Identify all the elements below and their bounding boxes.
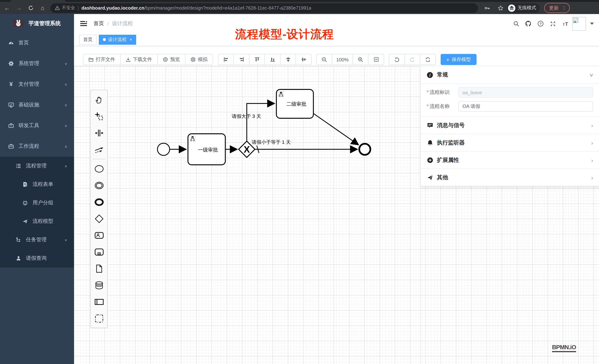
back-button[interactable]: ←	[2, 3, 12, 13]
simulate-button[interactable]: 模拟	[185, 54, 213, 65]
sidebar-item-leave-query[interactable]: 请假查询	[0, 249, 74, 268]
lasso-tool[interactable]	[91, 108, 107, 125]
font-size-icon: TT	[561, 21, 569, 27]
create-data-object[interactable]	[91, 260, 107, 277]
sidebar-item-process-model[interactable]: 流程模型	[0, 212, 74, 231]
align-bottom-button[interactable]	[264, 54, 281, 65]
create-group[interactable]	[91, 310, 107, 327]
flow-task2-to-end[interactable]	[313, 113, 359, 145]
password-key-button[interactable]	[483, 3, 492, 13]
bookmark-star-button[interactable]	[496, 3, 505, 13]
align-center-vertical-button[interactable]	[296, 54, 311, 65]
avatar[interactable]	[572, 17, 586, 31]
chevron-right-icon: ›	[591, 174, 593, 180]
font-size-button[interactable]: TT	[560, 19, 570, 28]
align-center-horizontal-button[interactable]	[280, 54, 296, 65]
start-event[interactable]	[158, 143, 170, 155]
sidebar-item-task-mgmt[interactable]: 任务管理 ∨	[0, 231, 74, 249]
avatar-dropdown-icon[interactable]	[590, 23, 594, 25]
home-button[interactable]: ⌂	[38, 3, 47, 13]
restart-button[interactable]	[420, 54, 436, 65]
tab-close-icon[interactable]: ×	[130, 37, 132, 42]
sidebar-collapse-button[interactable]	[79, 20, 88, 28]
save-label: 保存模型	[452, 56, 471, 63]
end-event[interactable]	[359, 144, 370, 155]
sidebar-item-home[interactable]: 首页	[0, 33, 74, 53]
create-gateway[interactable]	[91, 210, 107, 227]
svg-text:i: i	[429, 73, 431, 77]
zoom-reset-button[interactable]	[368, 54, 384, 65]
search-button[interactable]	[511, 19, 521, 28]
breadcrumb-home[interactable]: 首页	[94, 20, 104, 27]
sidebar-item-label: 用户分组	[33, 200, 67, 206]
section-other[interactable]: 其他 ›	[421, 169, 599, 186]
edge-label-gt3[interactable]: 请假大于 3 天	[232, 113, 261, 119]
sidebar-item-system[interactable]: 系统管理 ∨	[0, 53, 74, 74]
hand-tool[interactable]	[91, 91, 107, 108]
sidebar-item-workflow[interactable]: 工作流程 ∧	[0, 136, 74, 157]
sidebar-item-user-group[interactable]: 用户分组	[0, 194, 74, 212]
sidebar-logo[interactable]: 芋道管理系统	[0, 14, 74, 33]
properties-panel: i 常规 ∨ i*流程标识 *流程名称	[420, 66, 599, 186]
flow-gateway-to-task2[interactable]	[247, 103, 274, 141]
sidebar-item-process-mgmt[interactable]: 流程管理 ∧	[0, 157, 74, 175]
global-connect-tool[interactable]	[91, 141, 107, 158]
save-model-button[interactable]: + 保存模型	[441, 54, 476, 65]
update-button[interactable]: 更新 ⋮	[544, 3, 570, 13]
create-intermediate-event[interactable]	[91, 177, 107, 194]
sidebar-item-process-form[interactable]: 流程表单	[0, 175, 74, 194]
align-right-button[interactable]	[233, 54, 249, 65]
chevron-right-icon: ›	[591, 122, 593, 128]
general-fields: i*流程标识 *流程名称	[421, 84, 599, 116]
undo-button[interactable]	[389, 54, 405, 65]
zoom-level[interactable]: 100%	[332, 54, 353, 65]
process-name-row: *流程名称	[427, 101, 593, 112]
preview-button[interactable]: 预览	[157, 54, 185, 65]
tab-design-process[interactable]: 设计流程 ×	[99, 34, 136, 44]
create-subprocess[interactable]	[91, 244, 107, 260]
create-end-event[interactable]	[91, 194, 107, 210]
bpmn-canvas[interactable]: 一级审批 X 二级审批	[74, 66, 599, 364]
sidebar-item-infra[interactable]: 基础设施 ∨	[0, 95, 74, 115]
sidebar-item-payment[interactable]: ¥ 支付管理 ∨	[0, 74, 74, 95]
section-title: 消息与信号	[437, 122, 588, 129]
sidebar-item-devtools[interactable]: 研发工具 ∨	[0, 115, 74, 136]
redo-icon	[410, 57, 415, 62]
edge-label-le1[interactable]: 请假小于等于 1 天	[252, 139, 291, 145]
create-start-event[interactable]	[91, 160, 107, 177]
download-file-button[interactable]: 下载文件	[120, 54, 158, 65]
reload-button[interactable]	[26, 3, 35, 13]
monitor-icon	[8, 102, 14, 108]
browser-menu-icon[interactable]: ⋮	[562, 6, 566, 10]
space-tool[interactable]	[91, 125, 107, 141]
section-general[interactable]: i 常规 ∨	[421, 66, 599, 84]
redo-button[interactable]	[404, 54, 420, 65]
zoom-in-button[interactable]	[352, 54, 369, 65]
update-label: 更新	[549, 5, 559, 11]
tab-home[interactable]: 首页	[79, 34, 97, 44]
breadcrumb-current: 设计流程	[112, 20, 133, 27]
zoom-out-button[interactable]	[316, 54, 332, 65]
palette-separator	[92, 159, 106, 159]
open-file-button[interactable]: 打开文件	[83, 54, 121, 65]
sidebar-item-label: 流程表单	[33, 181, 67, 188]
sidebar-item-label: 研发工具	[18, 122, 64, 129]
forward-button[interactable]: →	[14, 3, 24, 13]
align-left-button[interactable]	[218, 54, 234, 65]
browser-active-tab[interactable]	[10, 0, 66, 2]
bpmn-io-watermark[interactable]: BPMN.iO	[552, 344, 576, 352]
create-user-task[interactable]	[91, 227, 107, 244]
process-name-input[interactable]	[458, 101, 593, 112]
section-message-signal[interactable]: 消息与信号 ›	[421, 116, 599, 134]
github-button[interactable]	[524, 19, 533, 28]
process-key-input[interactable]	[458, 87, 593, 98]
help-button[interactable]: ?	[536, 19, 545, 28]
section-execution-listener[interactable]: 执行监听器 ›	[421, 134, 599, 151]
create-participant[interactable]	[91, 293, 107, 310]
security-indicator[interactable]: 不安全	[55, 5, 75, 11]
section-extended-attributes[interactable]: 扩展属性 ›	[421, 151, 599, 169]
create-data-store[interactable]	[91, 277, 107, 293]
fullscreen-button[interactable]	[548, 19, 558, 28]
address-bar[interactable]: 不安全 dashboard.yudao.iocoder.cn/bpm/manag…	[50, 3, 478, 13]
align-top-button[interactable]	[249, 54, 265, 65]
